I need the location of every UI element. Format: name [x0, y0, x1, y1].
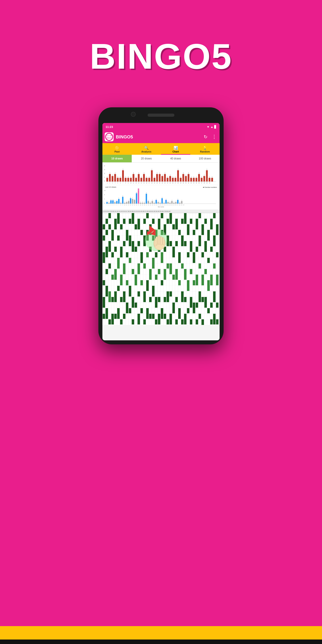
svg-text:5: 5 — [115, 204, 116, 206]
svg-text:39: 39 — [206, 182, 207, 184]
svg-rect-503 — [213, 291, 216, 302]
bottom-yellow-bar — [0, 626, 322, 640]
svg-text:3: 3 — [133, 172, 134, 174]
svg-text:2: 2 — [204, 174, 204, 176]
svg-rect-9 — [106, 178, 108, 182]
svg-rect-339 — [114, 219, 117, 230]
svg-rect-435 — [170, 314, 172, 324]
svg-rect-452 — [181, 291, 184, 302]
svg-rect-208 — [177, 200, 178, 204]
svg-text:3: 3 — [138, 172, 139, 174]
draw-100[interactable]: 100 draws — [190, 155, 220, 162]
draw-selector: 10 draws 20 draws 40 draws 100 draws — [102, 155, 220, 162]
svg-text:1: 1 — [175, 176, 176, 178]
svg-rect-438 — [172, 274, 175, 280]
svg-rect-17 — [117, 178, 119, 182]
svg-text:30: 30 — [164, 204, 165, 206]
svg-text:2: 2 — [162, 174, 163, 176]
svg-rect-410 — [155, 319, 158, 324]
svg-text:33: 33 — [190, 182, 192, 184]
svg-text:9: 9 — [128, 182, 128, 184]
svg-text:1: 1 — [104, 176, 105, 178]
svg-text:4: 4 — [156, 198, 156, 200]
svg-rect-486 — [202, 319, 204, 325]
draw-20[interactable]: 20 draws — [132, 155, 161, 162]
svg-text:4: 4 — [206, 168, 207, 170]
svg-text:6: 6 — [120, 182, 121, 184]
svg-rect-156 — [126, 202, 128, 204]
svg-text:7: 7 — [118, 204, 119, 206]
svg-rect-89 — [211, 178, 213, 182]
svg-rect-337 — [111, 297, 114, 302]
svg-text:2: 2 — [115, 200, 116, 202]
draw-40[interactable]: 40 draws — [161, 155, 190, 162]
svg-rect-85 — [206, 170, 208, 182]
svg-rect-360 — [126, 252, 128, 258]
svg-rect-457 — [184, 297, 186, 302]
svg-rect-499 — [210, 319, 213, 324]
svg-rect-417 — [161, 230, 163, 235]
svg-rect-358 — [123, 314, 126, 319]
svg-rect-336 — [111, 274, 114, 280]
grid-header-numbers: 1 2 3 4 5 6 7 8 9 10 11 12 13 14 15 16 1… — [102, 211, 171, 212]
refresh-button[interactable]: ↻ — [202, 134, 209, 140]
svg-text:1: 1 — [172, 176, 173, 178]
svg-rect-324 — [106, 247, 108, 258]
svg-text:6: 6 — [117, 204, 118, 206]
svg-rect-372 — [132, 319, 134, 324]
svg-text:18: 18 — [140, 204, 141, 206]
chart-icon: 📊 — [174, 146, 178, 150]
svg-rect-55 — [166, 178, 168, 182]
svg-rect-453 — [181, 319, 184, 324]
svg-text:2: 2 — [104, 173, 105, 174]
svg-rect-509 — [216, 319, 218, 324]
svg-rect-31 — [135, 178, 137, 182]
svg-rect-69 — [185, 176, 187, 182]
svg-text:4: 4 — [115, 182, 116, 184]
svg-rect-329 — [108, 224, 111, 230]
svg-text:1: 1 — [154, 176, 155, 178]
svg-rect-495 — [210, 219, 213, 230]
svg-text:33: 33 — [170, 204, 170, 206]
svg-text:38: 38 — [204, 182, 205, 184]
svg-rect-428 — [166, 264, 169, 268]
svg-text:27: 27 — [175, 182, 176, 184]
tab-past[interactable]: 🟡 Past — [102, 143, 132, 155]
svg-text:1: 1 — [140, 201, 141, 202]
svg-rect-146 — [116, 201, 118, 204]
svg-rect-47 — [156, 174, 158, 182]
draw-10[interactable]: 10 draws — [102, 155, 132, 162]
svg-text:1: 1 — [107, 182, 108, 184]
svg-rect-355 — [123, 241, 126, 246]
svg-text:1: 1 — [160, 201, 160, 202]
svg-rect-140 — [110, 200, 112, 204]
svg-rect-416 — [161, 213, 163, 218]
svg-text:18: 18 — [151, 182, 152, 184]
svg-text:9: 9 — [146, 192, 147, 194]
svg-text:35: 35 — [196, 182, 197, 184]
svg-text:1: 1 — [109, 201, 109, 202]
svg-text:36: 36 — [198, 182, 200, 184]
svg-rect-494 — [207, 308, 210, 313]
tab-random[interactable]: 💡 Random — [190, 143, 220, 155]
svg-rect-455 — [184, 241, 186, 246]
svg-rect-45 — [154, 178, 156, 182]
more-button[interactable]: ⋮ — [211, 134, 217, 140]
svg-text:4: 4 — [152, 168, 152, 170]
svg-text:1: 1 — [170, 201, 170, 202]
svg-rect-467 — [190, 319, 192, 324]
svg-rect-178 — [148, 201, 149, 204]
svg-rect-406 — [155, 230, 158, 240]
svg-text:1: 1 — [136, 176, 136, 178]
svg-text:17: 17 — [138, 204, 139, 206]
tab-chart[interactable]: 📊 Chart — [161, 143, 190, 155]
svg-rect-370 — [132, 269, 134, 274]
svg-rect-81 — [201, 178, 202, 182]
svg-text:40: 40 — [209, 182, 210, 184]
svg-text:21: 21 — [159, 182, 160, 184]
svg-rect-376 — [134, 302, 137, 308]
svg-text:1: 1 — [124, 201, 125, 202]
svg-rect-341 — [114, 269, 117, 280]
svg-text:37: 37 — [201, 182, 202, 184]
tab-analysis[interactable]: 🔍 Analysis — [132, 143, 161, 155]
